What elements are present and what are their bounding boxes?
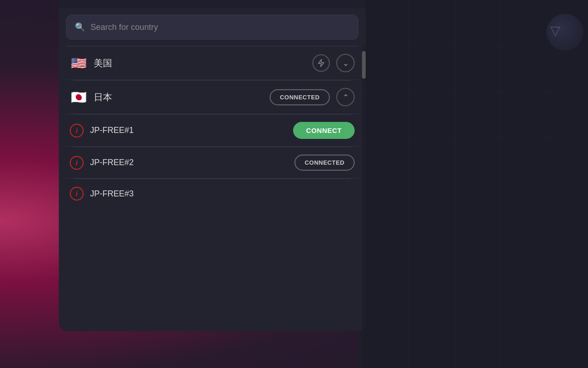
chevron-down-icon: ⌄ [343, 59, 349, 68]
search-icon: 🔍 [75, 22, 85, 32]
list-wrapper: 🇺🇸 美国 ⌄ 🇯🇵 日本 CONNECTED [59, 46, 366, 331]
chevron-down-button-usa[interactable]: ⌄ [336, 54, 355, 72]
server-name-jp3: JP-FREE#3 [90, 189, 355, 199]
server-row-jp-free-3: i JP-FREE#3 [66, 179, 358, 208]
top-tabs-strip [59, 0, 366, 8]
search-container: 🔍 [59, 8, 366, 46]
info-i-label-3: i [76, 190, 78, 197]
info-icon-jp3[interactable]: i [70, 187, 84, 201]
country-row-japan: 🇯🇵 日本 CONNECTED ⌃ [66, 80, 358, 114]
info-icon-jp1[interactable]: i [70, 124, 84, 138]
search-box: 🔍 [66, 15, 358, 40]
server-row-jp-free-2: i JP-FREE#2 CONNECTED [66, 147, 358, 178]
map-area: ▽ [363, 0, 588, 368]
flag-usa: 🇺🇸 [70, 56, 87, 71]
info-icon-jp2[interactable]: i [70, 156, 84, 170]
connect-button-jp1[interactable]: CONNECT [293, 122, 355, 139]
server-name-jp1: JP-FREE#1 [90, 126, 287, 135]
main-panel: 🔍 🇺🇸 美国 ⌄ [59, 0, 366, 331]
country-name-usa: 美国 [94, 57, 306, 69]
info-i-label-2: i [76, 159, 78, 167]
flag-japan: 🇯🇵 [70, 90, 87, 105]
scrollbar-thumb[interactable] [362, 51, 366, 79]
scrollbar[interactable] [362, 46, 366, 331]
info-i-label: i [76, 127, 78, 134]
globe-icon [547, 14, 583, 51]
country-list: 🇺🇸 美国 ⌄ 🇯🇵 日本 CONNECTED [59, 46, 366, 331]
country-name-japan: 日本 [94, 91, 263, 104]
japan-connected-badge[interactable]: CONNECTED [270, 89, 330, 105]
server-name-jp2: JP-FREE#2 [90, 158, 288, 167]
server-row-jp-free-1: i JP-FREE#1 CONNECT [66, 115, 358, 147]
search-input[interactable] [90, 23, 350, 32]
speed-icon-usa[interactable] [312, 54, 330, 72]
country-row-usa: 🇺🇸 美国 ⌄ [66, 46, 358, 80]
connected-badge-jp2[interactable]: CONNECTED [294, 155, 355, 171]
chevron-up-icon: ⌃ [343, 93, 349, 102]
chevron-up-button-japan[interactable]: ⌃ [336, 88, 355, 106]
